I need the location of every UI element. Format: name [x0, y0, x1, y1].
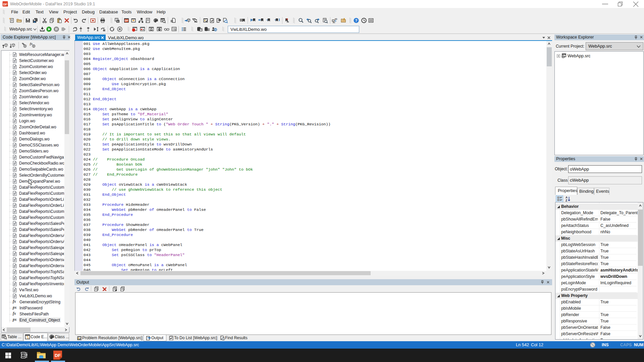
svg-text:ab: ab: [335, 18, 337, 20]
svg-text:DF: DF: [125, 19, 128, 22]
svg-text:fx: fx: [30, 42, 33, 46]
svg-text:ac: ac: [333, 21, 335, 23]
svg-text:Z: Z: [566, 199, 567, 202]
svg-text:DF: DF: [55, 353, 61, 358]
svg-text:?: ?: [355, 18, 357, 22]
svg-text:DF: DF: [3, 3, 7, 6]
